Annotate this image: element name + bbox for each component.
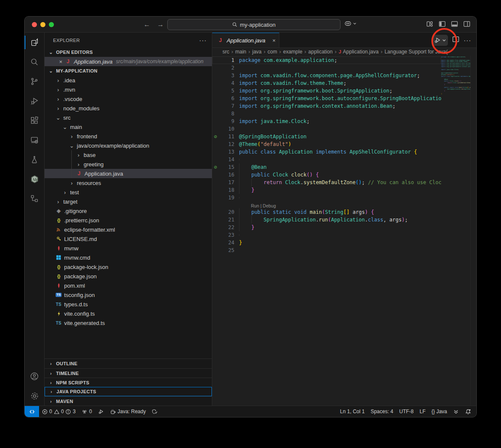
explorer-actions-icon[interactable]: ··· [199,36,207,44]
code-line-10[interactable]: 10 [212,125,441,133]
tree-item--mvn[interactable]: ›.mvn [45,85,212,94]
code-line-1[interactable]: 1package com.example.application; [212,56,441,64]
code-line-5[interactable]: 5import org.springframework.boot.SpringA… [212,87,441,95]
tree-item-license-md[interactable]: LICENSE.md [45,234,212,244]
code-line-4[interactable]: 4import com.vaadin.flow.theme.Theme; [212,79,441,87]
close-editor-icon[interactable]: × [57,59,64,65]
code-line-9[interactable]: 9import java.time.Clock; [212,118,441,125]
tree-item-frontend[interactable]: ›frontend [45,132,212,141]
tree-item-resources[interactable]: ›resources [45,178,212,188]
settings-gear-icon[interactable] [25,386,44,406]
code-line-21[interactable]: 21 SpringApplication.run(Application.cla… [212,216,441,224]
code-line-12[interactable]: 12@Theme("default") [212,140,441,148]
code-line-8[interactable]: 8 [212,110,441,118]
run-debug-icon[interactable] [25,91,44,111]
breadcrumb-item[interactable]: example [283,49,302,55]
encoding-setting[interactable]: UTF-8 [396,406,417,417]
code-line-18[interactable]: 18 } [212,186,441,194]
tree-item-target[interactable]: ›target [45,197,212,206]
code-line-24[interactable]: 24} [212,239,441,246]
sidebar-section-timeline[interactable]: ›TIMELINE [45,368,212,378]
notifications-indicator[interactable] [462,406,476,417]
minimize-window-button[interactable] [40,22,45,27]
problems-indicator[interactable]: 0 0 3 [39,406,79,417]
dependency-explorer-icon[interactable] [25,189,44,208]
spring-boot-dashboard-icon[interactable] [25,169,44,189]
code-line-7[interactable]: 7import org.springframework.context.anno… [212,102,441,110]
explorer-icon[interactable] [25,33,44,52]
source-control-icon[interactable] [25,72,44,91]
spring-bean-gutter-icon[interactable]: ⊘ [214,164,217,170]
split-editor-icon[interactable] [452,36,459,45]
workspace-trust-indicator[interactable] [149,406,161,417]
code-line-22[interactable]: 22 } [212,224,441,231]
tree-item-greeting[interactable]: ›greeting [45,160,212,169]
command-center-search[interactable]: my-application [167,19,341,30]
tree-item-types-d-ts[interactable]: TStypes.d.ts [45,300,212,309]
tree-item-mvnw-cmd[interactable]: mvnw.cmd [45,253,212,262]
tree-item-mvnw[interactable]: mvnw [45,244,212,253]
sidebar-section-java-projects[interactable]: ›JAVA PROJECTS [45,387,212,396]
debug-launch-indicator[interactable] [95,406,107,417]
navigate-forward-icon[interactable]: → [157,21,164,28]
open-editors-header[interactable]: ⌄ OPEN EDITORS [45,48,212,57]
codelens-run-debug[interactable]: Run | Debug [212,202,441,208]
tree-item-base[interactable]: ›base [45,150,212,160]
zoom-window-button[interactable] [49,22,54,27]
toggle-primary-sidebar-icon[interactable] [439,20,446,28]
breadcrumb-item[interactable]: Language Support for Java( [385,49,448,55]
code-line-16[interactable]: 16 public Clock clock() { [212,171,441,179]
remote-explorer-icon[interactable] [25,130,44,150]
tree-item-vite-generated-ts[interactable]: TSvite.generated.ts [45,318,212,328]
code-line-6[interactable]: 6import org.springframework.boot.autocon… [212,95,441,102]
copilot-menu[interactable] [344,20,357,27]
tree-item-test[interactable]: ›test [45,188,212,197]
code-line-14[interactable]: 14 [212,156,441,163]
sidebar-section-maven[interactable]: ›MAVEN [45,396,212,406]
tree-item-node-modules[interactable]: ›node_modules [45,104,212,113]
code-line-19[interactable]: 19 [212,194,441,202]
run-or-debug-button[interactable] [432,35,448,46]
project-root-header[interactable]: ⌄ MY-APPLICATION [45,66,212,76]
code-editor[interactable]: 1package com.example.application;23impor… [212,56,476,406]
tree-item-main[interactable]: ⌄main [45,122,212,132]
sidebar-section-npm-scripts[interactable]: ›NPM SCRIPTS [45,378,212,387]
formatter-indicator[interactable] [450,406,462,417]
code-line-3[interactable]: 3import com.vaadin.flow.component.page.A… [212,72,441,79]
breadcrumb-item[interactable]: main [235,49,246,55]
accounts-icon[interactable] [25,367,44,386]
tree-item--idea[interactable]: ›.idea [45,76,212,85]
navigate-back-icon[interactable]: ← [144,21,150,28]
spring-bean-gutter-icon[interactable]: ⊘ [214,134,217,140]
eol-setting[interactable]: LF [417,406,428,417]
open-editor-item[interactable]: × J Application.java src/main/java/com/e… [45,57,212,66]
editor-scrollbar[interactable] [470,56,476,406]
tree-item-src[interactable]: ⌄src [45,113,212,122]
testing-icon[interactable] [25,150,44,169]
tree-item-package-json[interactable]: {}package.json [45,272,212,281]
tree-item-application-java[interactable]: JApplication.java [45,169,212,178]
tree-item-pom-xml[interactable]: pom.xml [45,281,212,290]
breadcrumb-item[interactable]: java [252,49,262,55]
customize-layout-icon[interactable] [426,20,433,28]
indentation-setting[interactable]: Spaces: 4 [368,406,396,417]
breadcrumb-item[interactable]: JApplication.java [338,49,378,55]
remote-indicator[interactable] [25,406,39,417]
extensions-icon[interactable] [25,111,44,130]
minimap[interactable]: package com.example.application; import … [441,56,471,97]
tree-item-eclipse-formatter-xml[interactable]: eclipse-formatter.xml [45,225,212,234]
sidebar-section-outline[interactable]: ›OUTLINE [45,359,212,368]
close-tab-icon[interactable]: × [272,37,276,44]
code-line-20[interactable]: 20 public static void main(String[] args… [212,208,441,216]
language-mode[interactable]: {} Java [428,406,450,417]
cursor-position[interactable]: Ln 1, Col 1 [337,406,368,417]
code-line-11[interactable]: ⊘11@SpringBootApplication [212,133,441,140]
code-line-15[interactable]: ⊘15 @Bean [212,163,441,171]
breadcrumb-item[interactable]: application [308,49,332,55]
tree-item-java-com-example-application[interactable]: ⌄java/com/example/application [45,141,212,150]
toggle-panel-icon[interactable] [451,20,458,28]
tree-item--vscode[interactable]: ›.vscode [45,94,212,104]
run-dropdown-chevron-icon[interactable] [442,38,446,42]
code-line-13[interactable]: 13public class Application implements Ap… [212,148,441,156]
editor-actions-more-icon[interactable]: ··· [464,36,471,44]
